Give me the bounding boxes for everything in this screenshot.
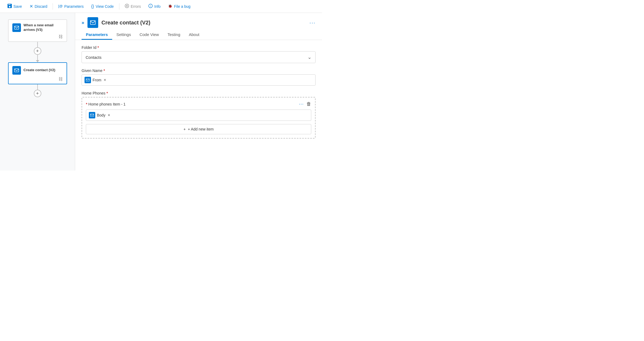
connector-line-3 bbox=[37, 84, 38, 90]
file-bug-button[interactable]: 🐞 File a bug bbox=[165, 2, 193, 11]
code-icon: {} bbox=[91, 4, 94, 9]
body-token-close[interactable]: ✕ bbox=[108, 113, 110, 117]
save-label: Save bbox=[13, 4, 22, 9]
save-button[interactable]: Save bbox=[4, 2, 25, 11]
errors-label: Errors bbox=[131, 4, 141, 9]
parameters-label: Parameters bbox=[64, 4, 83, 9]
from-token-close[interactable]: ✕ bbox=[104, 78, 106, 82]
given-name-field[interactable]: From ✕ bbox=[82, 74, 316, 86]
info-button[interactable]: i Info bbox=[145, 2, 164, 11]
panel-header: » Create contact (V2) ··· bbox=[75, 13, 322, 28]
add-item-label: + Add new item bbox=[188, 127, 214, 131]
file-bug-label: File a bug bbox=[174, 4, 190, 9]
panel-node-icon bbox=[87, 17, 98, 28]
connector-group-1: + bbox=[34, 42, 41, 62]
bug-icon: 🐞 bbox=[168, 4, 172, 9]
node1-title: When a new email arrives (V3) bbox=[24, 23, 63, 32]
connector-line-2 bbox=[37, 55, 38, 60]
node1-footer: ⛓ bbox=[12, 32, 63, 39]
given-name-label: Given Name * bbox=[82, 68, 316, 73]
node2-header: Create contact (V2) bbox=[12, 66, 63, 75]
panel-more-button[interactable]: ··· bbox=[309, 20, 316, 26]
svg-rect-10 bbox=[86, 79, 89, 81]
home-phones-group: Home Phones * * Home phones Item - 1 ···… bbox=[82, 91, 316, 139]
svg-text:i: i bbox=[150, 5, 151, 8]
folder-id-dropdown[interactable]: Contacts ⌄ bbox=[82, 51, 316, 63]
folder-id-value: Contacts bbox=[86, 55, 101, 60]
errors-button[interactable]: Errors bbox=[122, 2, 144, 11]
right-panel: » Create contact (V2) ··· Parameters Set… bbox=[75, 13, 322, 170]
flow-node-trigger[interactable]: When a new email arrives (V3) ⛓ bbox=[8, 19, 67, 42]
given-name-group: Given Name * From ✕ bbox=[82, 68, 316, 86]
add-new-item-button[interactable]: + + Add new item bbox=[86, 124, 311, 134]
panel-body: Folder Id * Contacts ⌄ Given Name * bbox=[75, 40, 322, 170]
tab-about[interactable]: About bbox=[185, 30, 204, 40]
node-header: When a new email arrives (V3) bbox=[12, 23, 63, 32]
discard-label: Discard bbox=[35, 4, 47, 9]
add-item-plus-icon: + bbox=[184, 127, 186, 131]
connector-arrow-1 bbox=[36, 60, 39, 62]
tab-code-view[interactable]: Code View bbox=[135, 30, 163, 40]
tab-testing[interactable]: Testing bbox=[163, 30, 185, 40]
svg-rect-8 bbox=[14, 69, 19, 72]
chevron-down-icon: ⌄ bbox=[308, 54, 312, 60]
divider-1 bbox=[53, 3, 53, 10]
from-token-label: From bbox=[93, 78, 101, 82]
home-phones-required: * bbox=[107, 91, 108, 95]
folder-id-group: Folder Id * Contacts ⌄ bbox=[82, 45, 316, 63]
node2-link-icon: ⛓ bbox=[58, 77, 63, 82]
parameters-button[interactable]: [@] Parameters bbox=[55, 2, 87, 11]
add-step-button-1[interactable]: + bbox=[34, 47, 41, 55]
phone-item-label: * Home phones Item - 1 bbox=[86, 102, 126, 106]
folder-id-label: Folder Id * bbox=[82, 45, 316, 50]
info-label: Info bbox=[154, 4, 160, 9]
discard-button[interactable]: ✕ Discard bbox=[26, 2, 50, 10]
node1-icon bbox=[12, 23, 21, 32]
connector-line-1 bbox=[37, 42, 38, 47]
divider-2 bbox=[119, 3, 119, 10]
node2-icon bbox=[12, 66, 21, 75]
svg-rect-7 bbox=[14, 26, 19, 29]
info-icon: i bbox=[148, 4, 153, 9]
view-code-button[interactable]: {} View Code bbox=[88, 2, 117, 10]
panel-title: Create contact (V2) bbox=[101, 20, 309, 26]
main-layout: When a new email arrives (V3) ⛓ + bbox=[0, 13, 322, 170]
phone-item-header: * Home phones Item - 1 ··· 🗑 bbox=[86, 101, 311, 107]
errors-icon bbox=[125, 4, 129, 9]
phone-item-actions: ··· 🗑 bbox=[299, 101, 311, 107]
view-code-label: View Code bbox=[96, 4, 114, 9]
tab-settings[interactable]: Settings bbox=[112, 30, 135, 40]
discard-icon: ✕ bbox=[30, 4, 33, 9]
folder-id-required: * bbox=[97, 45, 99, 50]
flow-node-create-contact[interactable]: Create contact (V2) ⛓ bbox=[8, 62, 67, 84]
phone-item-more-button[interactable]: ··· bbox=[299, 101, 304, 107]
node2-footer: ⛓ bbox=[12, 75, 63, 82]
home-phones-label: Home Phones * bbox=[82, 91, 316, 95]
body-token-field[interactable]: Body ✕ bbox=[86, 110, 311, 121]
svg-text:🐞: 🐞 bbox=[168, 4, 172, 8]
from-token-icon bbox=[85, 77, 91, 83]
phone-item-delete-button[interactable]: 🗑 bbox=[306, 101, 311, 107]
parameters-icon: [@] bbox=[58, 4, 63, 9]
tab-parameters[interactable]: Parameters bbox=[82, 30, 112, 40]
svg-text:[@]: [@] bbox=[58, 4, 63, 8]
body-token: Body ✕ bbox=[89, 112, 110, 118]
node2-title: Create contact (V2) bbox=[24, 68, 55, 72]
svg-rect-11 bbox=[90, 114, 94, 117]
collapse-button[interactable]: » bbox=[82, 20, 84, 26]
flow-canvas: When a new email arrives (V3) ⛓ + bbox=[0, 13, 75, 170]
toolbar: Save ✕ Discard [@] Parameters {} View Co… bbox=[0, 0, 322, 13]
tab-bar: Parameters Settings Code View Testing Ab… bbox=[75, 28, 322, 40]
save-icon bbox=[8, 4, 12, 9]
body-token-label: Body bbox=[97, 113, 105, 117]
node1-link-icon: ⛓ bbox=[58, 34, 63, 39]
connector-group-2: + bbox=[34, 84, 41, 97]
add-step-button-2[interactable]: + bbox=[34, 90, 41, 97]
body-token-icon bbox=[89, 112, 95, 118]
from-token: From ✕ bbox=[85, 77, 106, 83]
given-name-required: * bbox=[104, 68, 105, 73]
home-phones-container: * Home phones Item - 1 ··· 🗑 bbox=[82, 97, 316, 139]
